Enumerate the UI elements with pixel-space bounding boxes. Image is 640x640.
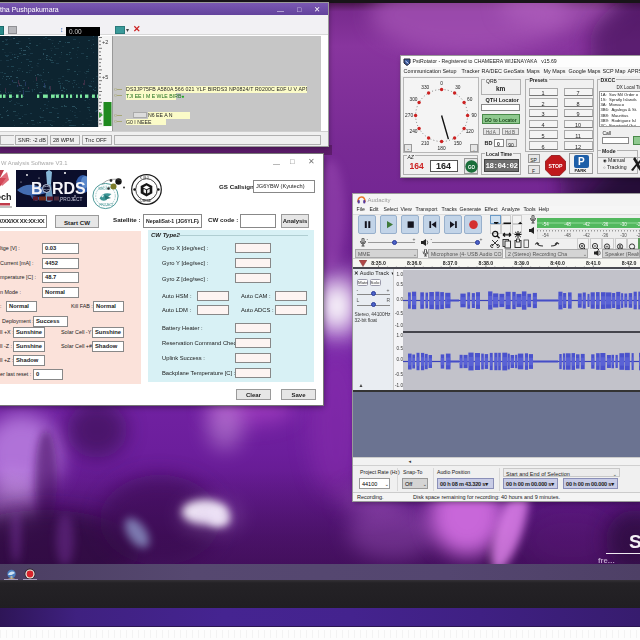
svg-text:8:35.0: 8:35.0 (371, 260, 386, 266)
svg-text:8:40.0: 8:40.0 (550, 260, 565, 266)
svg-text:8:41.0: 8:41.0 (585, 260, 600, 266)
svg-text:PROJECT: PROJECT (60, 197, 82, 202)
svg-text:90: 90 (471, 113, 477, 118)
svg-text:B: B (31, 180, 43, 197)
svg-text:210: 210 (421, 141, 429, 146)
svg-text:300: 300 (409, 97, 417, 102)
svg-text:8:36.0: 8:36.0 (406, 260, 421, 266)
svg-text:240: 240 (409, 129, 417, 134)
svg-text:RDS: RDS (52, 180, 86, 197)
svg-text:8:42.0: 8:42.0 (621, 260, 636, 266)
svg-text:150: 150 (454, 141, 462, 146)
svg-text:GO: GO (468, 164, 476, 169)
svg-text:30: 30 (455, 85, 461, 90)
svg-text:60: 60 (467, 97, 473, 102)
svg-text:ech: ech (0, 192, 12, 202)
svg-text:STOP: STOP (548, 163, 563, 169)
svg-text:120: 120 (466, 129, 474, 134)
svg-text:8:38.0: 8:38.0 (478, 260, 493, 266)
svg-text:K I B O: K I B O (140, 176, 150, 180)
svg-text:270: 270 (405, 113, 413, 118)
svg-text:0: 0 (440, 81, 443, 86)
svg-text:-48: -48 (564, 233, 571, 238)
svg-text:CUBESAT: CUBESAT (139, 199, 152, 203)
svg-text:8:37.0: 8:37.0 (442, 260, 457, 266)
svg-text:180: 180 (438, 146, 446, 151)
svg-text:8:39.0: 8:39.0 (514, 260, 529, 266)
svg-text:PROJECT: PROJECT (100, 202, 114, 206)
svg-text:330: 330 (421, 85, 429, 90)
